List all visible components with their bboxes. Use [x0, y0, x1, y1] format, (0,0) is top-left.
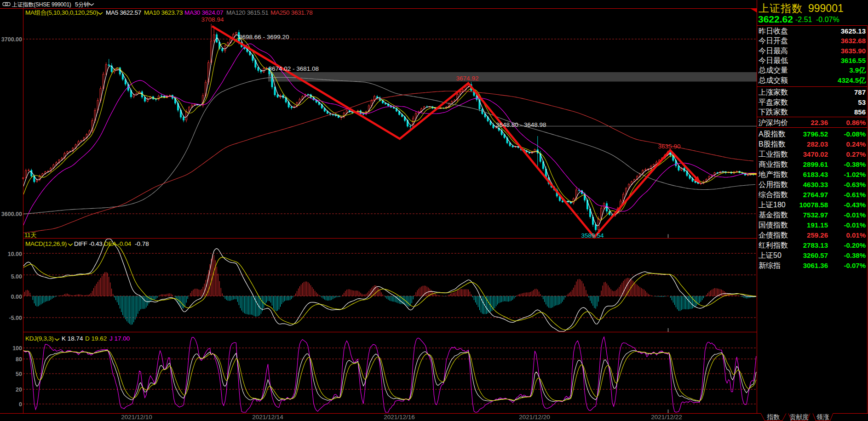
svg-text:3622.62: 3622.62 — [758, 14, 793, 24]
svg-text:3061.36: 3061.36 — [803, 262, 828, 269]
svg-text:DEA -0.04: DEA -0.04 — [104, 240, 132, 247]
svg-text:2021/12/10: 2021/12/10 — [121, 414, 152, 421]
svg-text:新综指: 新综指 — [759, 262, 781, 269]
svg-text:-0.63%: -0.63% — [844, 181, 866, 188]
svg-text:2899.61: 2899.61 — [803, 160, 828, 168]
svg-text:指数: 指数 — [767, 413, 780, 421]
svg-text:地产指数: 地产指数 — [758, 171, 788, 178]
svg-text:3674.92: 3674.92 — [456, 75, 479, 82]
svg-text:6183.43: 6183.43 — [803, 171, 828, 178]
svg-text:MA组合(5,10,30,0,120,250): MA组合(5,10,30,0,120,250) — [25, 9, 98, 16]
svg-text:53: 53 — [858, 98, 866, 106]
svg-text:商业指数: 商业指数 — [759, 160, 788, 168]
svg-text:今日最低: 今日最低 — [759, 57, 788, 64]
svg-text:今日开盘: 今日开盘 — [759, 37, 788, 45]
svg-text:2783.13: 2783.13 — [803, 241, 828, 249]
svg-text:2021/12/14: 2021/12/14 — [252, 414, 283, 421]
svg-text:2021/12/20: 2021/12/20 — [519, 414, 550, 421]
svg-text:3625.13: 3625.13 — [841, 27, 866, 35]
svg-text:5分钟: 5分钟 — [75, 1, 90, 8]
svg-text:KDJ(9,3,3): KDJ(9,3,3) — [25, 335, 54, 342]
svg-text:0: 0 — [19, 401, 22, 408]
svg-text:3635.90: 3635.90 — [658, 143, 681, 150]
svg-text:3708.94: 3708.94 — [201, 16, 224, 23]
svg-text:3698.66 - 3699.20: 3698.66 - 3699.20 — [239, 34, 289, 40]
svg-text:3648.80 - 3648.98: 3648.80 - 3648.98 — [496, 121, 546, 128]
svg-text:-2.51: -2.51 — [795, 16, 812, 23]
svg-text:191.15: 191.15 — [807, 221, 828, 229]
svg-text:282.03: 282.03 — [807, 140, 828, 148]
svg-text:4630.33: 4630.33 — [803, 181, 828, 188]
svg-text:787: 787 — [854, 88, 866, 96]
svg-text:MA250 3631.78: MA250 3631.78 — [270, 9, 312, 16]
svg-text:-0.38%: -0.38% — [844, 160, 866, 168]
svg-text:22.36: 22.36 — [811, 119, 828, 126]
svg-text:0.00: 0.00 — [11, 294, 22, 300]
svg-text:0.01%: 0.01% — [846, 231, 866, 239]
svg-text:A股指数: A股指数 — [759, 130, 786, 138]
svg-text:-0.08%: -0.08% — [844, 130, 866, 138]
svg-text:MA120 3615.51: MA120 3615.51 — [226, 9, 268, 16]
svg-text:80: 80 — [16, 356, 22, 363]
svg-text:0.86%: 0.86% — [846, 119, 866, 126]
svg-text:4324.5亿: 4324.5亿 — [838, 76, 866, 84]
svg-text:MA5 3622.57: MA5 3622.57 — [106, 9, 141, 16]
svg-text:上证指数(SHSE 999001): 上证指数(SHSE 999001) — [12, 1, 71, 8]
svg-text:3589.54: 3589.54 — [581, 232, 604, 239]
svg-text:企债指数: 企债指数 — [759, 231, 788, 239]
svg-text:沪深均价: 沪深均价 — [759, 119, 788, 126]
svg-text:-0.20%: -0.20% — [844, 241, 866, 249]
svg-text:3.9亿: 3.9亿 — [849, 66, 866, 74]
svg-text:3616.55: 3616.55 — [841, 57, 866, 64]
svg-text:-0.43%: -0.43% — [844, 201, 866, 209]
svg-text:工业指数: 工业指数 — [759, 150, 788, 158]
svg-text:上涨家数: 上涨家数 — [759, 88, 788, 96]
svg-text:基金指数: 基金指数 — [759, 211, 788, 219]
svg-text:3674.02 - 3681.08: 3674.02 - 3681.08 — [269, 65, 319, 72]
svg-text:D 19.62: D 19.62 — [85, 335, 107, 342]
svg-text:公用指数: 公用指数 — [759, 181, 788, 188]
svg-text:999001: 999001 — [808, 2, 844, 14]
svg-text:259.26: 259.26 — [807, 231, 828, 239]
svg-text:MA30 3624.07: MA30 3624.07 — [184, 9, 223, 16]
svg-text:-0.38%: -0.38% — [844, 251, 866, 259]
svg-text:3796.52: 3796.52 — [803, 130, 828, 138]
svg-text:下跌家数: 下跌家数 — [759, 108, 788, 116]
svg-text:5.00: 5.00 — [11, 273, 22, 280]
svg-text:-0.07%: -0.07% — [844, 262, 866, 269]
svg-text:3600.00: 3600.00 — [1, 211, 22, 217]
svg-text:20: 20 — [16, 387, 22, 393]
svg-text:50: 50 — [16, 371, 22, 377]
svg-text:2764.97: 2764.97 — [803, 191, 828, 199]
svg-text:-5.00: -5.00 — [9, 315, 23, 321]
svg-text:11天: 11天 — [24, 232, 37, 239]
svg-text:100: 100 — [12, 345, 22, 352]
svg-text:总成交额: 总成交额 — [758, 76, 788, 84]
svg-text:0.24%: 0.24% — [846, 140, 866, 148]
svg-text:2021/12/16: 2021/12/16 — [384, 414, 415, 421]
svg-text:J 17.00: J 17.00 — [109, 335, 130, 342]
svg-text:3260.57: 3260.57 — [803, 251, 828, 259]
svg-text:综合指数: 综合指数 — [759, 191, 788, 199]
svg-text:昨日收盘: 昨日收盘 — [759, 27, 788, 35]
svg-text:上证指数: 上证指数 — [759, 2, 803, 14]
svg-text:MACD(12,26,9): MACD(12,26,9) — [25, 240, 67, 247]
svg-text:国债指数: 国债指数 — [759, 221, 788, 229]
svg-text:-0.01%: -0.01% — [844, 221, 866, 229]
svg-text:10078.58: 10078.58 — [799, 201, 828, 209]
svg-text:上证50: 上证50 — [759, 251, 782, 259]
svg-text:10.00: 10.00 — [8, 251, 22, 257]
svg-text:领涨: 领涨 — [816, 413, 829, 421]
svg-text:2021/12/22: 2021/12/22 — [651, 414, 682, 421]
svg-text:856: 856 — [854, 108, 866, 116]
svg-text:0.27%: 0.27% — [846, 150, 866, 158]
svg-text:红利指数: 红利指数 — [759, 241, 788, 249]
svg-text:K 18.74: K 18.74 — [62, 335, 83, 342]
svg-text:总成交量: 总成交量 — [758, 66, 788, 74]
svg-text:-0.07%: -0.07% — [816, 16, 839, 23]
svg-text:-0.61%: -0.61% — [844, 191, 866, 199]
svg-text:-0.78: -0.78 — [135, 240, 149, 247]
svg-text:MA10 3623.73: MA10 3623.73 — [144, 9, 183, 16]
svg-text:B股指数: B股指数 — [759, 140, 786, 148]
svg-text:3470.02: 3470.02 — [803, 150, 828, 158]
